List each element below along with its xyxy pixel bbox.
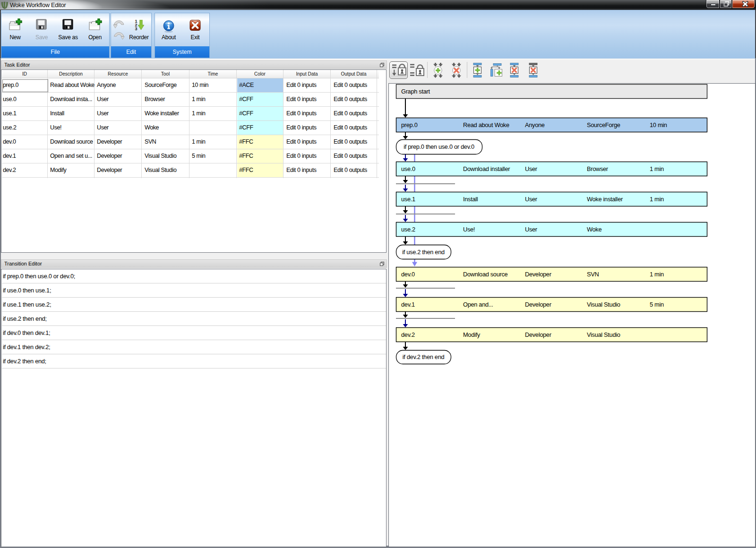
- svg-text:Download installer: Download installer: [463, 165, 510, 172]
- svg-text:SVN: SVN: [587, 271, 599, 278]
- svg-text:5 min: 5 min: [650, 301, 664, 308]
- svg-text:if dev.2 then end: if dev.2 then end: [403, 353, 445, 360]
- svg-text:dev.1: dev.1: [401, 301, 415, 308]
- svg-text:User: User: [525, 226, 538, 233]
- svg-text:Woke: Woke: [587, 226, 601, 233]
- svg-text:dev.0: dev.0: [401, 271, 415, 278]
- svg-text:10 min: 10 min: [650, 121, 667, 128]
- svg-text:1 min: 1 min: [650, 165, 664, 172]
- svg-text:1 min: 1 min: [650, 196, 664, 203]
- svg-text:1 min: 1 min: [650, 271, 664, 278]
- svg-text:User: User: [525, 196, 538, 203]
- svg-text:Install: Install: [463, 196, 478, 203]
- svg-text:Visual Studio: Visual Studio: [587, 331, 620, 338]
- svg-text:Anyone: Anyone: [525, 121, 545, 128]
- svg-text:use.0: use.0: [401, 165, 415, 172]
- svg-text:Woke installer: Woke installer: [587, 196, 623, 203]
- svg-text:use.2: use.2: [401, 226, 415, 233]
- svg-text:dev.2: dev.2: [401, 331, 415, 338]
- svg-text:User: User: [525, 165, 538, 172]
- svg-text:Read about Woke: Read about Woke: [463, 121, 509, 128]
- svg-text:prep.0: prep.0: [401, 121, 418, 128]
- svg-text:if prep.0 then use.0 or dev.0: if prep.0 then use.0 or dev.0: [404, 143, 474, 150]
- svg-text:Developer: Developer: [525, 271, 552, 278]
- svg-text:Modify: Modify: [463, 331, 481, 338]
- svg-text:SourceForge: SourceForge: [587, 121, 620, 128]
- svg-text:Developer: Developer: [525, 331, 552, 338]
- svg-text:Browser: Browser: [587, 165, 609, 172]
- svg-text:use.1: use.1: [401, 196, 415, 203]
- svg-text:Use!: Use!: [463, 226, 475, 233]
- svg-text:Developer: Developer: [525, 301, 552, 308]
- svg-text:if use.2 then end: if use.2 then end: [402, 248, 445, 256]
- svg-text:Download source: Download source: [463, 271, 508, 278]
- svg-text:Graph start: Graph start: [401, 88, 430, 95]
- svg-text:Visual Studio: Visual Studio: [587, 301, 620, 308]
- svg-text:Open and...: Open and...: [463, 301, 493, 308]
